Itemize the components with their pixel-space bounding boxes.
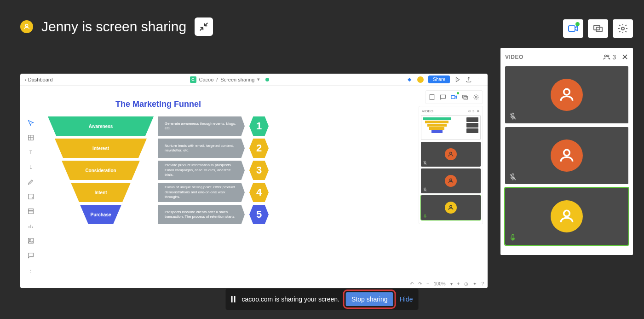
funnel-description: Focus of unique selling point. Offer pro…	[158, 183, 245, 202]
cacoo-logo-icon: C	[190, 76, 196, 83]
pause-icon[interactable]	[231, 296, 236, 302]
note-tool-icon[interactable]	[27, 192, 35, 201]
mini-screen-tile[interactable]	[421, 115, 481, 140]
funnel-description: Nurture leads with email, targeted conte…	[158, 139, 245, 158]
funnel-row: Purchase Prospects become clients after …	[48, 205, 269, 224]
back-to-dashboard-link[interactable]: ‹ Dashboard	[25, 77, 53, 82]
help-icon[interactable]: ?	[481, 281, 484, 286]
browser-share-notice: cacoo.com is sharing your screen. Stop s…	[226, 289, 419, 310]
pen-tool-icon[interactable]	[27, 178, 35, 186]
image-tool-icon[interactable]	[27, 237, 35, 245]
svg-rect-20	[430, 95, 434, 100]
inner-settings-icon[interactable]	[472, 93, 481, 102]
svg-point-7	[607, 55, 609, 57]
funnel-stage: Intent	[71, 183, 131, 202]
zoom-out-button[interactable]: −	[426, 281, 429, 286]
mic-muted-icon	[509, 112, 517, 121]
funnel-description: Generate awareness through events, blogs…	[158, 116, 245, 136]
funnel-stage: Consideration	[62, 161, 140, 180]
share-message: cacoo.com is sharing your screen.	[242, 296, 339, 303]
left-tool-palette: T L ⋮	[27, 119, 38, 274]
layers-icon[interactable]	[460, 93, 470, 102]
collapse-screen-button[interactable]	[195, 17, 213, 36]
chat-icon[interactable]	[438, 93, 448, 102]
video-tile[interactable]	[505, 66, 628, 123]
mini-video-tile[interactable]	[421, 195, 481, 220]
grid-tool-icon[interactable]	[27, 207, 35, 215]
screen-share-status: Jenny is screen sharing	[20, 17, 213, 36]
video-panel-close-icon[interactable]: ✕	[621, 52, 628, 62]
table-tool-icon[interactable]	[27, 133, 35, 142]
person-icon	[551, 79, 583, 111]
history-icon[interactable]: ◷	[464, 281, 468, 286]
comment-tool-icon[interactable]	[27, 251, 35, 260]
svg-point-19	[29, 239, 31, 241]
funnel-stage: Purchase	[80, 205, 121, 224]
marketing-funnel-diagram: The Marketing Funnel Awareness Generate …	[48, 99, 269, 227]
export-icon[interactable]	[466, 76, 472, 83]
text-tool-icon[interactable]: T	[27, 148, 35, 157]
presenter-avatar	[20, 20, 33, 33]
funnel-stage: Interest	[55, 139, 147, 158]
video-tile[interactable]	[505, 127, 628, 184]
hide-notice-link[interactable]: Hide	[400, 296, 413, 303]
top-actions	[563, 19, 633, 38]
diagram-title: The Marketing Funnel	[48, 99, 269, 109]
funnel-row: Intent Focus of unique selling point. Of…	[48, 183, 269, 202]
redo-icon[interactable]: ↷	[418, 281, 422, 286]
svg-rect-11	[29, 194, 34, 199]
canvas-toolbar	[425, 90, 483, 104]
video-icon[interactable]	[449, 93, 459, 102]
status-text: Jenny is screen sharing	[41, 19, 186, 35]
zoom-level: 100%	[434, 281, 446, 286]
participant-count: 3	[603, 53, 616, 61]
svg-rect-21	[451, 96, 455, 99]
breadcrumb: C Cacoo / Screen sharing ▾	[57, 76, 403, 83]
mini-video-title: VIDEO	[422, 109, 433, 113]
funnel-description: Provide product information to prospects…	[158, 161, 245, 180]
chart-tool-icon[interactable]	[27, 222, 35, 230]
select-tool-icon[interactable]	[27, 119, 35, 127]
dropdown-icon[interactable]: ▾	[257, 76, 260, 82]
funnel-row: Interest Nurture leads with email, targe…	[48, 139, 269, 158]
video-active-indicator	[575, 22, 580, 26]
more-tools-icon[interactable]: ⋮	[27, 266, 35, 274]
add-icon[interactable]: ✦	[473, 281, 477, 286]
share-button[interactable]: Share	[428, 75, 450, 83]
mic-on-icon	[509, 234, 517, 242]
video-panel: VIDEO 3 ✕	[500, 48, 633, 255]
video-tile[interactable]	[505, 188, 628, 245]
video-panel-title: VIDEO	[505, 54, 523, 60]
line-tool-icon[interactable]: L	[27, 163, 35, 171]
play-icon[interactable]	[454, 76, 461, 83]
screen-share-button[interactable]	[588, 19, 608, 38]
svg-point-5	[621, 27, 624, 30]
zoom-controls: ↶ ↷ − 100%▾ + ◷ ✦ ?	[410, 281, 484, 286]
avatar-yellow-icon	[417, 76, 424, 83]
mini-video-tile[interactable]	[421, 142, 481, 167]
funnel-row: Awareness Generate awareness through eve…	[48, 116, 269, 136]
funnel-description: Prospects become clients after a sales t…	[158, 205, 245, 224]
mini-video-tile[interactable]	[421, 168, 481, 193]
more-icon[interactable]: ⋯	[477, 76, 483, 83]
settings-button[interactable]	[613, 19, 633, 38]
funnel-number: 1	[249, 116, 269, 136]
person-icon	[551, 139, 583, 172]
video-toggle-button[interactable]	[563, 19, 583, 38]
funnel-stage: Awareness	[48, 116, 154, 136]
app-topbar: ‹ Dashboard C Cacoo / Screen sharing ▾ ◆…	[20, 74, 488, 86]
undo-icon[interactable]: ↶	[410, 281, 414, 286]
svg-point-6	[605, 55, 607, 57]
funnel-number: 2	[249, 139, 269, 158]
mic-muted-icon	[509, 173, 517, 181]
zoom-in-button[interactable]: +	[457, 281, 460, 286]
svg-rect-2	[569, 26, 575, 31]
pointer-icon[interactable]: ◆	[406, 76, 413, 83]
svg-point-24	[475, 96, 477, 98]
stop-sharing-button[interactable]: Stop sharing	[346, 292, 393, 306]
page-icon[interactable]	[427, 93, 437, 102]
shared-screen-window: ‹ Dashboard C Cacoo / Screen sharing ▾ ◆…	[20, 74, 488, 288]
funnel-row: Consideration Provide product informatio…	[48, 161, 269, 180]
svg-rect-12	[29, 209, 34, 214]
funnel-number: 5	[249, 205, 269, 224]
